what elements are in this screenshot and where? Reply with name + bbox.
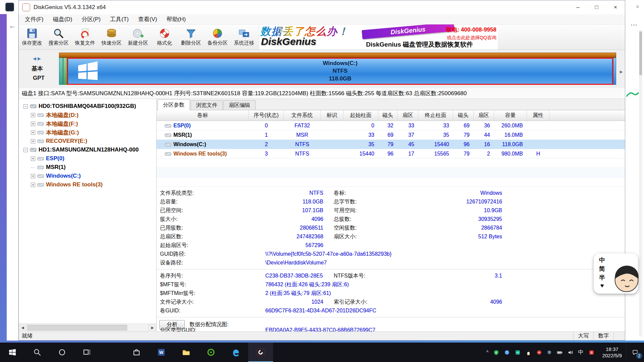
background-close-icon[interactable]: ×	[636, 3, 639, 10]
taskbar-search-button[interactable]	[25, 343, 50, 362]
tree-item-esp[interactable]: + ESP(0)	[19, 154, 156, 163]
taskbar-app-store[interactable]	[124, 343, 149, 362]
menu-partition[interactable]: 分区(P)	[77, 15, 105, 23]
expand-icon[interactable]: +	[31, 122, 35, 126]
tray-sync-icon[interactable]	[504, 350, 510, 355]
tab-sector-editor[interactable]: 扇区编辑	[223, 100, 256, 110]
ad-banner[interactable]: 数据丢了怎么办！ DiskGenius DiskGenius 致电: 400-0…	[259, 24, 498, 50]
tree-item-hd0[interactable]: − HD0:TOSHIBAMQ04ABF100(932GB)	[19, 102, 156, 111]
menu-file[interactable]: 文件(F)	[20, 15, 48, 23]
collapse-icon[interactable]: −	[23, 148, 28, 152]
tray-snowflake-icon[interactable]: ❄	[547, 349, 551, 356]
expand-icon[interactable]: +	[31, 157, 35, 161]
col-header-start-head[interactable]: 磁头	[378, 110, 397, 121]
scroll-right-button[interactable]: ▶	[148, 324, 156, 332]
partition-block-msr[interactable]	[63, 58, 67, 85]
taskbar-app-diskgenius[interactable]	[248, 343, 273, 362]
action-center-button[interactable]: 2	[626, 343, 644, 362]
expand-icon[interactable]: +	[31, 113, 35, 117]
disk-bar-scroll-arrow[interactable]: ▶	[620, 69, 623, 74]
tree-item-local-disk-d[interactable]: + 本地磁盘(D:)	[19, 111, 156, 119]
tree-item-hd1[interactable]: − HD1:SAMSUNGMZNLN128HAHQ-000	[19, 145, 156, 154]
delete-partition-button[interactable]: 删除分区	[178, 24, 204, 50]
partition-row-msr[interactable]: MSR(1) 1 MSR 33 69 37 35 79 44 16.0MB	[157, 130, 625, 140]
cortana-button[interactable]	[50, 343, 74, 362]
menu-help[interactable]: 帮助(H)	[162, 15, 191, 23]
system-migration-button[interactable]: 系统迁移	[231, 24, 257, 50]
tree-item-recovery-e[interactable]: + RECOVERY(E:)	[19, 137, 156, 145]
tray-teal-app-icon[interactable]	[515, 350, 521, 355]
tab-partition-parameters[interactable]: 分区参数	[158, 99, 190, 110]
col-header-end-head[interactable]: 磁头	[453, 110, 474, 121]
partition-block-windows-c[interactable]: Windows(C:) NTFS 118.0GB	[67, 58, 613, 85]
quick-partition-button[interactable]: 快速分区	[98, 24, 125, 50]
tree-item-windows-re[interactable]: + Windows RE tools(3)	[19, 180, 156, 189]
save-changes-button[interactable]: 保存更改	[19, 24, 45, 50]
ime-width-mode[interactable]: 半	[599, 274, 605, 282]
ime-lang-mode[interactable]: 中	[599, 256, 605, 264]
task-view-button[interactable]	[74, 343, 99, 362]
battery-icon[interactable]	[557, 350, 562, 355]
disk-bar-header[interactable]	[59, 53, 616, 58]
recover-files-button[interactable]: 恢复文件	[72, 24, 98, 50]
disk-nav-arrows[interactable]: ◀▶	[33, 56, 42, 61]
tray-red-app-icon[interactable]	[536, 350, 542, 355]
col-header-end-sector[interactable]: 扇区	[474, 110, 494, 121]
taskbar-app-360-browser[interactable]	[199, 343, 223, 362]
partition-row-windows-re[interactable]: Windows RE tools(3) 3 NTFS 15440 96 17 1…	[157, 149, 625, 159]
col-header-start-sector[interactable]: 扇区	[397, 110, 418, 121]
partition-block-recovery[interactable]	[613, 58, 616, 85]
collapse-icon[interactable]: −	[23, 104, 28, 109]
scroll-left-button[interactable]: ◀	[19, 324, 27, 332]
ime-charset-mode[interactable]: 简	[599, 265, 605, 273]
partition-row-windows-c[interactable]: Windows(C:) 2 NTFS 35 79 45 15440 96 16 …	[157, 140, 625, 149]
scrollbar-track[interactable]	[27, 324, 148, 331]
expand-icon[interactable]: +	[31, 183, 35, 187]
tree-item-msr[interactable]: MSR(1)	[19, 163, 156, 172]
tab-browse-files[interactable]: 浏览文件	[191, 100, 223, 110]
col-header-serial[interactable]: 序号(状态)	[249, 110, 284, 121]
taskbar-app-word[interactable]	[149, 343, 174, 362]
partition-block-esp[interactable]	[59, 58, 63, 85]
menu-tools[interactable]: 工具(T)	[105, 15, 133, 23]
maximize-button[interactable]: □	[587, 0, 606, 14]
start-button[interactable]	[0, 343, 25, 362]
ime-status-widget[interactable]: 中 简 半 ♥	[594, 253, 638, 294]
tree-horizontal-scrollbar[interactable]: ◀ ▶	[19, 323, 156, 331]
volume-icon[interactable]	[568, 350, 573, 355]
col-header-end-cylinder[interactable]: 终止柱面	[418, 110, 453, 121]
col-header-filesystem[interactable]: 文件系统	[284, 110, 321, 121]
taskbar-clock[interactable]: 18:37 2022/5/9	[598, 346, 626, 359]
col-header-volume[interactable]: 卷标	[157, 110, 249, 121]
menu-view[interactable]: 查看(V)	[133, 15, 162, 23]
col-header-start-cylinder[interactable]: 起始柱面	[343, 110, 378, 121]
taskbar-app-edge[interactable]	[223, 343, 248, 362]
more-options-icon[interactable]: ⋯	[631, 21, 637, 29]
titlebar[interactable]: DiskGenius V5.4.3.1342 x64 – □ ×	[19, 0, 625, 14]
tree-item-windows-c[interactable]: + Windows(C:)	[19, 172, 156, 180]
ime-favorite-icon[interactable]: ♥	[600, 282, 604, 289]
taskbar-file-explorer[interactable]	[174, 343, 199, 362]
partition-row-esp[interactable]: ESP(0) 0 FAT32 0 32 33 33 69 36 260.0MB	[157, 121, 625, 130]
tray-qq-icon[interactable]	[526, 350, 531, 355]
backup-partition-button[interactable]: 备份分区	[204, 24, 231, 50]
taskbar-app-thunder[interactable]	[99, 343, 124, 362]
minimize-button[interactable]: –	[569, 0, 587, 14]
hidden-icons-chevron[interactable]: ^	[486, 350, 489, 355]
format-button[interactable]: 格式化	[151, 24, 178, 50]
col-header-flag[interactable]: 标识	[321, 110, 343, 121]
expand-icon[interactable]: +	[31, 130, 35, 135]
scrollbar-thumb[interactable]	[28, 325, 127, 330]
tray-shield-icon[interactable]	[493, 350, 499, 355]
tree-item-local-disk-g[interactable]: + 本地磁盘(G:)	[19, 128, 156, 137]
menu-disk[interactable]: 磁盘(D)	[48, 15, 77, 23]
close-button[interactable]: ×	[606, 0, 625, 14]
scrollbar-thumb[interactable]	[639, 32, 642, 75]
col-header-attributes[interactable]: 属性	[527, 110, 549, 121]
expand-icon[interactable]: +	[31, 139, 35, 143]
search-partition-button[interactable]: 搜索分区	[45, 24, 72, 50]
expand-icon[interactable]: +	[31, 174, 35, 178]
back-arrow-icon[interactable]: ←	[9, 21, 16, 30]
tray-s-app-icon[interactable]	[589, 350, 594, 355]
new-partition-button[interactable]: 新建分区	[125, 24, 151, 50]
